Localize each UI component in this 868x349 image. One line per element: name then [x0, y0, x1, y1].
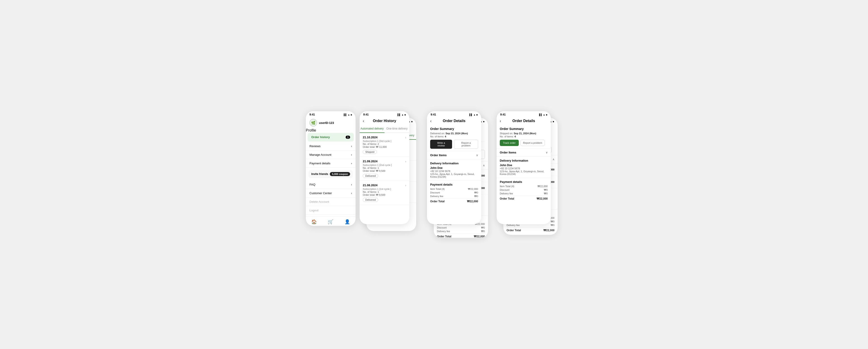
sh-discount-front: Discount₩0	[500, 189, 548, 191]
payment-delivery-front: Delivery fee₩0	[430, 195, 478, 198]
sh-items-row-front: No. of items: 4	[500, 135, 548, 138]
chevron-manage-icon: ›	[351, 153, 352, 156]
report-problem-btn[interactable]: Report a problem	[454, 140, 478, 149]
sh-report-btn[interactable]: Report a problem	[521, 140, 545, 146]
order-total-3: Order total: ₩ 8,500	[363, 193, 406, 196]
auto-tab-bar: Automated delivery One-time delivery	[360, 125, 409, 133]
menu-delete-account[interactable]: Delete Account	[306, 197, 355, 206]
items-chevron-front: ∨	[476, 154, 478, 157]
det-front-header: ‹ Order Details	[427, 117, 481, 125]
status-icons-auto: ▌▌ ▲ ■	[398, 114, 406, 116]
sh-chevron-back: ∧	[553, 158, 555, 161]
menu-order-history[interactable]: Order history 1	[308, 133, 354, 141]
order-card-1[interactable]: 21.10.2024 › Subscription 1 [3rd cycle ]…	[360, 133, 409, 157]
arrow-2: ›	[405, 160, 406, 163]
status-bar-sh-front: 9:41 ▌▌ ▲ ■	[497, 111, 551, 117]
menu-reviews[interactable]: Reviews ›	[306, 142, 355, 151]
signal-icon-a: ▌▌	[398, 114, 401, 116]
back-btn-det[interactable]: ‹	[430, 119, 432, 123]
battery-icon-sb: ■	[553, 120, 554, 123]
auto-header: ‹ Order History	[360, 117, 409, 125]
profile-user: 🌿 userID-123	[306, 117, 355, 128]
invite-label: Invite friends	[311, 172, 328, 176]
items-row-front: No. of items: 4	[430, 135, 478, 138]
menu-delete-label: Delete Account	[309, 200, 329, 203]
payment-title-front: Payment details	[430, 183, 478, 186]
btn-row-front: Write a review Report a problem	[430, 140, 478, 149]
delivery-title-front: Delivery Information	[430, 162, 478, 165]
sh-summary-title-front: Order Summary	[500, 127, 548, 131]
tab-automated[interactable]: Automated delivery	[360, 125, 384, 133]
sh-front-title: Order Details	[513, 119, 535, 123]
menu-faq[interactable]: FAQ ›	[306, 180, 355, 189]
wifi-icon-sf: ▲	[543, 114, 545, 116]
wifi-icon-df: ▲	[473, 114, 475, 116]
chevron-customer-icon: ›	[351, 191, 352, 195]
order-details-shipped-front: 9:41 ▌▌ ▲ ■ ‹ Order Details Order Summar…	[497, 111, 551, 224]
order-total-1: Order total: ₩ 11,000	[363, 146, 406, 149]
order-status-3: Delivered	[363, 198, 378, 202]
battery-icon-df: ■	[476, 114, 477, 116]
menu-manage-account-label: Manage Account	[309, 153, 331, 156]
coupon-badge: 5,000 coupon	[330, 172, 350, 176]
battery-icon-a: ■	[404, 114, 406, 116]
user-id: userID-123	[319, 121, 334, 125]
profile-nav-icon[interactable]: 👤	[344, 219, 350, 224]
order-history-badge: 1	[346, 136, 350, 139]
menu-manage-account[interactable]: Manage Account ›	[306, 151, 355, 159]
home-nav-icon[interactable]: 🏠	[311, 219, 317, 224]
order-sub-2: Subscription 1 [2nd cycle ]	[363, 164, 406, 166]
order-date-2: 21.09.2024 ›	[363, 160, 406, 163]
wifi-icon: ▲	[348, 114, 350, 116]
order-items-2: No. of Items: 1	[363, 167, 406, 169]
delivered-row-front: Delivered on: Sep 23, 2024 (Mon)	[430, 132, 478, 135]
order-date-3: 21.08.2024 ›	[363, 184, 406, 187]
items-header-front[interactable]: Order Items ∨	[427, 151, 481, 159]
sh-front-header: ‹ Order Details	[497, 117, 551, 125]
sh-order-total-front: Order Total₩22,000	[500, 196, 548, 200]
order-history-stack: 9:41 ▌▌ ▲ ■ Order History Automated deli…	[360, 111, 423, 229]
sh-delivery-fee-front: Delivery fee₩0	[500, 192, 548, 195]
menu-logout[interactable]: Logout	[306, 206, 355, 215]
auto-title: Order History	[373, 119, 396, 123]
tab-onetime-auto[interactable]: One-time delivery	[384, 125, 409, 132]
back-btn-sh[interactable]: ‹	[500, 119, 501, 123]
payment-delivery-back: Delivery fee₩0	[437, 230, 485, 233]
sh-btn-row-front: Track order Report a problem	[500, 140, 548, 146]
time-profile: 9:41	[309, 113, 315, 116]
status-bar-profile: 9:41 ▌▌ ▲ ■	[306, 111, 355, 117]
order-status-1: Shipped	[363, 150, 377, 154]
sh-items-header-front[interactable]: Order Items ∨	[497, 149, 551, 157]
battery-icon-ot: ■	[411, 120, 412, 123]
sh-order-total-back: Order Total₩22,000	[506, 227, 555, 232]
order-sub-3: Subscription 1 [1st cycle ]	[363, 188, 406, 190]
chevron-reviews-icon: ›	[351, 145, 352, 148]
delivery-section-front: Delivery Information John Doe +82 10 123…	[427, 159, 481, 181]
sh-item-total-front: Item Total (4)₩22,000	[500, 185, 548, 188]
chevron-payment-icon: ›	[351, 162, 352, 165]
payment-total-front: Order Total₩22,000	[430, 198, 478, 203]
cart-nav-icon[interactable]: 🛒	[328, 219, 333, 224]
menu-payment-details[interactable]: Payment details ›	[306, 159, 355, 168]
menu-customer-center-label: Customer Center	[309, 191, 332, 195]
menu-customer-center[interactable]: Customer Center ›	[306, 189, 355, 197]
order-card-3[interactable]: 21.08.2024 › Subscription 1 [1st cycle ]…	[360, 181, 409, 205]
order-date-1: 21.10.2024 ›	[363, 136, 406, 139]
order-items-3: No. of Items: 1	[363, 191, 406, 193]
write-review-btn[interactable]: Write a review	[430, 140, 452, 149]
track-order-btn[interactable]: Track order	[500, 140, 519, 146]
payment-section-front: Payment details Item Total (4)₩22,000 Di…	[427, 181, 481, 206]
sh-chevron-front: ∨	[546, 151, 548, 154]
arrow-3: ›	[405, 184, 406, 187]
payment-discount-back: Discount₩0	[437, 226, 485, 229]
payment-total-back: Order Total₩22,000	[437, 233, 485, 238]
back-btn-auto[interactable]: ‹	[363, 119, 364, 123]
invite-section[interactable]: Invite friends 5,000 coupon	[309, 170, 353, 178]
chevron-faq-icon: ›	[351, 183, 352, 186]
sh-order-summary-front: Order Summary Shipped on: Sep 21, 2024 (…	[497, 125, 551, 149]
sh-delivery-front: Delivery Information John Doe +82 10 123…	[497, 157, 551, 178]
menu-logout-label: Logout	[309, 209, 318, 212]
status-icons-profile: ▌▌ ▲ ■	[344, 114, 352, 116]
payment-discount-front: Discount₩0	[430, 191, 478, 194]
order-card-2[interactable]: 21.09.2024 › Subscription 1 [2nd cycle ]…	[360, 157, 409, 181]
